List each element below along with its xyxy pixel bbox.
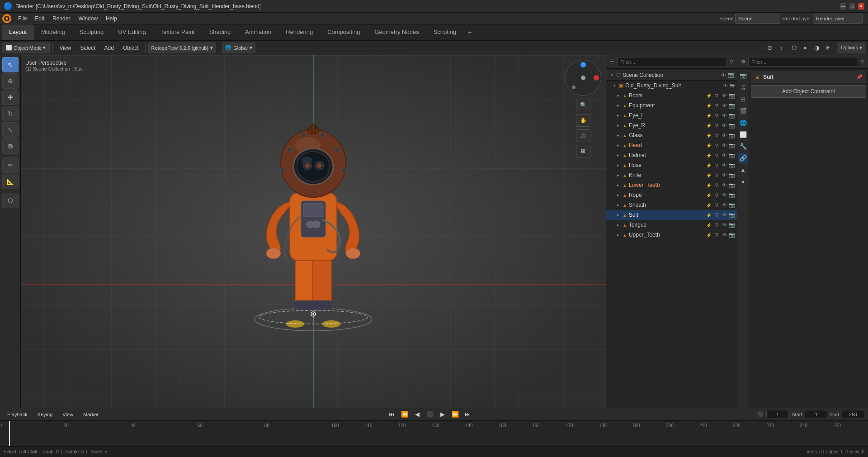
transform-tool-btn[interactable]: ⧉ (2, 138, 19, 154)
menu-edit[interactable]: Edit (31, 14, 48, 23)
menu-file[interactable]: File (14, 14, 30, 23)
item-visibility-icon-head[interactable]: 👁 (721, 142, 727, 148)
item-visibility-icon-boots[interactable]: 👁 (721, 92, 727, 99)
navigation-gizmo[interactable] (565, 60, 601, 96)
wireframe-btn[interactable]: ⬡ (788, 43, 799, 53)
viewport[interactable]: User Perspective (1) Scene Collection | … (21, 55, 606, 408)
item-data-icon-upper_teeth[interactable]: ∇ (713, 232, 720, 238)
marker-menu[interactable]: Marker (80, 411, 102, 418)
material-props-btn[interactable]: ● (738, 176, 748, 186)
scale-tool-btn[interactable]: ⤡ (2, 122, 19, 138)
item-render-icon-knife[interactable]: 📷 (729, 172, 735, 178)
minimize-button[interactable]: — (840, 3, 846, 10)
prev-keyframe-btn[interactable]: ⏪ (400, 409, 410, 419)
world-props-btn[interactable]: 🌐 (738, 118, 748, 128)
item-render-icon-glass[interactable]: 📷 (729, 132, 735, 138)
item-visibility-icon-sheath[interactable]: 👁 (721, 202, 727, 208)
collection-render[interactable]: 📷 (730, 83, 735, 88)
mode-selector[interactable]: ⬜ Object Mode ▾ (2, 43, 50, 53)
item-render-icon-equipment[interactable]: 📷 (729, 102, 735, 109)
item-anim-icon-eye_r[interactable]: ⚡ (706, 122, 712, 129)
scene-selector[interactable]: Scene (735, 14, 780, 24)
item-data-icon-eye_l[interactable]: ∇ (713, 112, 720, 119)
item-render-icon-lower_teeth[interactable]: 📷 (729, 182, 735, 188)
orthographic-view-button[interactable]: ⊞ (576, 145, 590, 157)
tab-layout[interactable]: Layout (2, 24, 34, 40)
item-data-icon-equipment[interactable]: ∇ (713, 102, 720, 109)
item-data-icon-tongue[interactable]: ∇ (713, 222, 720, 228)
item-render-icon-eye_l[interactable]: 📷 (729, 112, 735, 119)
menu-help[interactable]: Help (102, 14, 121, 23)
item-anim-icon-suit[interactable]: ⚡ (706, 212, 712, 218)
item-expand-eye_r[interactable]: ▸ (615, 123, 621, 128)
select-tool-btn[interactable]: ↖ (2, 57, 19, 72)
item-expand-equipment[interactable]: ▸ (615, 103, 621, 108)
item-expand-suit[interactable]: ▸ (615, 212, 621, 218)
item-anim-icon-helmet[interactable]: ⚡ (706, 152, 712, 158)
item-data-icon-hose[interactable]: ∇ (713, 162, 720, 168)
keying-menu[interactable]: Keying (34, 411, 57, 418)
scene-props-btn[interactable]: 🎬 (738, 106, 748, 116)
outline-item-hose[interactable]: ▸▲Hose⚡∇👁📷 (606, 160, 737, 170)
item-visibility-icon-lower_teeth[interactable]: 👁 (721, 182, 727, 188)
item-render-icon-eye_r[interactable]: 📷 (729, 122, 735, 129)
item-expand-hose[interactable]: ▸ (615, 162, 621, 168)
measure-tool-btn[interactable]: 📐 (2, 174, 19, 189)
tab-sculpting[interactable]: Sculpting (72, 24, 111, 40)
item-anim-icon-tongue[interactable]: ⚡ (706, 222, 712, 228)
scene-collection-expand[interactable]: ▾ (609, 72, 614, 78)
gizmo-x-axis[interactable] (594, 75, 599, 81)
props-filter-icon[interactable]: ▽ (861, 59, 864, 65)
item-anim-icon-boots[interactable]: ⚡ (706, 92, 712, 99)
scene-collection-vis-icon[interactable]: 👁 (721, 72, 726, 78)
options-btn[interactable]: Options ▾ (837, 43, 866, 53)
item-render-icon-boots[interactable]: 📷 (729, 92, 735, 99)
outline-item-sheath[interactable]: ▸▲Sheath⚡∇👁📷 (606, 200, 737, 210)
scene-collection-label[interactable]: Scene Collection (623, 72, 719, 78)
rendered-btn[interactable]: ☀ (822, 43, 833, 53)
playhead[interactable] (9, 421, 10, 446)
item-visibility-icon-hose[interactable]: 👁 (721, 162, 727, 168)
outline-item-equipment[interactable]: ▸▲Equipment⚡∇👁📷 (606, 100, 737, 110)
outline-item-eye_l[interactable]: ▸▲Eye_L⚡∇👁📷 (606, 110, 737, 120)
annotate-tool-btn[interactable]: ✏ (2, 157, 19, 173)
outline-item-glass[interactable]: ▸▲Glass⚡∇👁📷 (606, 130, 737, 140)
item-render-icon-suit[interactable]: 📷 (729, 212, 735, 218)
item-visibility-icon-glass[interactable]: 👁 (721, 132, 727, 138)
viewport-options[interactable]: Options ▾ (837, 43, 866, 53)
timeline-track[interactable]: 1204060801001101201301401501601701801902… (0, 421, 868, 446)
item-expand-boots[interactable]: ▸ (615, 93, 621, 98)
item-data-icon-suit[interactable]: ∇ (713, 212, 720, 218)
move-tool-btn[interactable]: ✚ (2, 90, 19, 105)
gizmo-z-axis[interactable] (580, 62, 586, 67)
stop-btn[interactable]: ⚫ (425, 409, 435, 419)
outline-item-knife[interactable]: ▸▲Knife⚡∇👁📷 (606, 170, 737, 180)
tab-shading[interactable]: Shading (202, 24, 238, 40)
play-btn[interactable]: ▶ (438, 409, 448, 419)
item-data-icon-helmet[interactable]: ∇ (713, 152, 720, 158)
jump-end-btn[interactable]: ⏭ (463, 409, 473, 419)
props-pin-icon[interactable]: 📌 (856, 74, 863, 80)
data-props-btn[interactable]: ▲ (738, 165, 748, 175)
rotate-view-button[interactable]: ✋ (576, 114, 590, 127)
item-visibility-icon-suit[interactable]: 👁 (721, 212, 727, 218)
item-expand-eye_l[interactable]: ▸ (615, 113, 621, 118)
tab-compositing[interactable]: Compositing (320, 24, 367, 40)
renderlayer-selector[interactable]: RenderLayer (813, 14, 863, 24)
item-render-icon-tongue[interactable]: 📷 (729, 222, 735, 228)
item-visibility-icon-knife[interactable]: 👁 (721, 172, 727, 178)
item-anim-icon-lower_teeth[interactable]: ⚡ (706, 182, 712, 188)
item-render-icon-head[interactable]: 📷 (729, 142, 735, 148)
outline-item-lower_teeth[interactable]: ▸▲Lower_Teeth⚡∇👁📷 (606, 180, 737, 190)
item-expand-rope[interactable]: ▸ (615, 192, 621, 198)
outliner-filter-icon[interactable]: ▽ (730, 59, 733, 65)
object-props-btn[interactable]: ⬜ (738, 129, 748, 139)
outline-item-rope[interactable]: ▸▲Rope⚡∇👁📷 (606, 190, 737, 200)
item-anim-icon-glass[interactable]: ⚡ (706, 132, 712, 138)
scene-collection-render-icon[interactable]: 📷 (728, 72, 734, 78)
item-data-icon-rope[interactable]: ∇ (713, 192, 720, 198)
toolbar-add[interactable]: Add (101, 44, 118, 52)
toolbar-view[interactable]: View (56, 44, 75, 52)
next-keyframe-btn[interactable]: ⏩ (450, 409, 460, 419)
item-data-icon-eye_r[interactable]: ∇ (713, 122, 720, 129)
